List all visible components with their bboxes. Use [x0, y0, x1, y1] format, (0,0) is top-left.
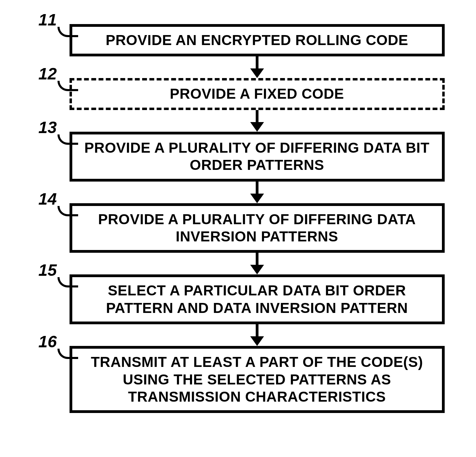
flowchart-step-11: 11 PROVIDE AN ENCRYPTED ROLLING CODE	[32, 24, 445, 56]
flow-arrow	[250, 253, 264, 274]
step-number-label: 16	[39, 332, 57, 351]
label-connector	[57, 134, 78, 145]
step-number-label: 12	[39, 64, 57, 83]
step-box-optional: PROVIDE A FIXED CODE	[70, 78, 445, 110]
flowchart-step-12: 12 PROVIDE A FIXED CODE	[32, 78, 445, 110]
label-connector	[57, 277, 78, 287]
label-connector	[57, 27, 78, 37]
step-number-label: 14	[39, 189, 57, 208]
flow-arrow	[250, 182, 264, 203]
step-number-label: 15	[39, 261, 57, 280]
step-box: PROVIDE A PLURALITY OF DIFFERING DATA IN…	[70, 203, 445, 253]
label-connector	[57, 206, 78, 216]
flow-arrow	[250, 56, 264, 78]
step-box: PROVIDE A PLURALITY OF DIFFERING DATA BI…	[70, 132, 445, 182]
label-connector	[57, 349, 78, 359]
flowchart-step-14: 14 PROVIDE A PLURALITY OF DIFFERING DATA…	[32, 203, 445, 253]
step-box: SELECT A PARTICULAR DATA BIT ORDER PATTE…	[70, 274, 445, 324]
flow-arrow	[250, 324, 264, 346]
step-number-label: 13	[39, 118, 57, 137]
flowchart-step-13: 13 PROVIDE A PLURALITY OF DIFFERING DATA…	[32, 132, 445, 182]
flowchart-diagram: 11 PROVIDE AN ENCRYPTED ROLLING CODE 12 …	[32, 10, 445, 413]
label-connector	[57, 81, 78, 91]
step-box: PROVIDE AN ENCRYPTED ROLLING CODE	[70, 24, 445, 56]
flowchart-step-16: 16 TRANSMIT AT LEAST A PART OF THE CODE(…	[32, 346, 445, 413]
flow-arrow	[250, 110, 264, 132]
flowchart-step-15: 15 SELECT A PARTICULAR DATA BIT ORDER PA…	[32, 274, 445, 324]
step-box: TRANSMIT AT LEAST A PART OF THE CODE(S) …	[70, 346, 445, 413]
step-number-label: 11	[39, 10, 57, 29]
